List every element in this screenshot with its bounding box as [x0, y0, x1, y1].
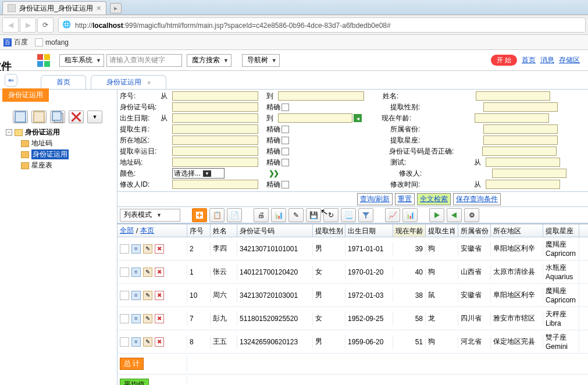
back-button[interactable]: ◀	[2, 17, 19, 33]
sb-edit-icon[interactable]	[31, 110, 47, 123]
col-region[interactable]: 所在地区	[491, 224, 543, 237]
tab-home[interactable]: 首页	[41, 75, 86, 89]
tab-close-icon[interactable]: ×	[147, 79, 151, 86]
tb-filter-icon[interactable]	[358, 208, 373, 222]
col-age[interactable]: 现在年龄▲	[393, 224, 426, 237]
tab-close-icon[interactable]: ×	[97, 3, 101, 13]
tab-back-button[interactable]: ⇐	[5, 74, 17, 87]
tab-idcard[interactable]: 身份证运用 ×	[91, 75, 166, 89]
row-edit-icon[interactable]: ✎	[143, 337, 152, 347]
system-select[interactable]: 租车系统 ▼	[59, 54, 104, 67]
input-age[interactable]	[475, 113, 549, 123]
row-detail-icon[interactable]: ≡	[131, 268, 141, 277]
input-sex[interactable]	[483, 102, 558, 112]
input-seq-from[interactable]	[172, 91, 258, 101]
check-idno-exact[interactable]	[281, 104, 289, 111]
check-lucky-exact[interactable]	[281, 148, 289, 155]
input-constellation[interactable]	[483, 136, 558, 145]
check-addr-exact[interactable]	[281, 159, 289, 166]
row-checkbox[interactable]	[120, 314, 129, 323]
row-detail-icon[interactable]: ≡	[131, 291, 141, 300]
row-checkbox[interactable]	[120, 268, 129, 277]
table-row[interactable]: ≡✎✖1张云140121700120420女1970-01-2040狗山西省太原…	[117, 261, 588, 284]
row-detail-icon[interactable]: ≡	[131, 244, 141, 254]
nav-tree-select[interactable]: 导航树 ▼	[242, 54, 280, 67]
row-delete-icon[interactable]: ✖	[155, 244, 164, 254]
tb-stats-icon[interactable]: 📊	[402, 208, 418, 222]
tb-edit-icon[interactable]: ✎	[288, 208, 304, 222]
input-test[interactable]	[486, 158, 560, 167]
start-badge[interactable]: 开 始	[491, 55, 517, 66]
browser-tab[interactable]: 身份证运用_身份证运用 ×	[2, 1, 106, 15]
row-checkbox[interactable]	[120, 291, 129, 300]
input-province[interactable]	[483, 124, 558, 134]
search-input[interactable]: 请输入查询关键字	[106, 54, 182, 67]
tb-settings-icon[interactable]: ⚙	[464, 208, 479, 222]
row-edit-icon[interactable]: ✎	[143, 268, 152, 277]
tb-export-icon[interactable]: 📊	[271, 208, 286, 222]
reset-button[interactable]: 重置	[395, 193, 415, 205]
view-mode-select[interactable]: 列表模式 ▼	[120, 209, 180, 222]
row-checkbox[interactable]	[120, 337, 129, 347]
input-idno[interactable]	[172, 102, 258, 112]
date-picker-icon[interactable]: ◂	[354, 114, 362, 122]
input-zodiac[interactable]	[172, 124, 258, 134]
check-modid-exact[interactable]	[281, 181, 289, 188]
row-detail-icon[interactable]: ≡	[131, 337, 141, 347]
bookmark-mofang[interactable]: mofang	[35, 38, 69, 47]
check-region-exact[interactable]	[281, 137, 289, 144]
tb-refresh-icon[interactable]: ↻	[323, 208, 338, 222]
row-edit-icon[interactable]: ✎	[143, 291, 152, 300]
select-color[interactable]: 请选择... ▼	[172, 168, 224, 179]
col-sex[interactable]: 提取性别	[313, 224, 345, 237]
tb-delete-icon[interactable]: 📃	[341, 208, 356, 222]
table-row[interactable]: ≡✎✖2李四342130710101001男1971-01-0139狗安徽省阜阳…	[117, 237, 588, 261]
input-modifier[interactable]	[492, 169, 566, 178]
tree-item-addr[interactable]: 地址码	[6, 138, 115, 149]
home-link[interactable]: 首页	[522, 55, 536, 65]
row-delete-icon[interactable]: ✖	[155, 337, 164, 347]
reload-button[interactable]: ⟳	[37, 17, 54, 33]
input-seq-to[interactable]	[278, 91, 364, 101]
tb-copy-icon[interactable]: 📋	[209, 208, 224, 222]
sb-more-icon[interactable]: ▼	[87, 110, 102, 123]
col-zodiac[interactable]: 提取生肖	[426, 224, 458, 237]
input-birth-to[interactable]	[278, 113, 352, 123]
tb-paste-icon[interactable]: 📄	[227, 208, 242, 222]
tree-item-idcard[interactable]: 身份证运用	[6, 149, 115, 160]
sb-del-icon[interactable]	[69, 110, 84, 123]
row-delete-icon[interactable]: ✖	[155, 268, 164, 277]
tree-root[interactable]: − 身份证运用	[6, 127, 115, 138]
row-delete-icon[interactable]: ✖	[155, 291, 164, 300]
storage-link[interactable]: 存储区	[559, 55, 580, 65]
input-region[interactable]	[172, 136, 258, 145]
row-delete-icon[interactable]: ✖	[155, 314, 164, 323]
row-detail-icon[interactable]: ≡	[131, 314, 141, 323]
col-seq[interactable]: 序号	[187, 224, 211, 237]
input-lucky[interactable]	[172, 147, 258, 156]
tb-prev-icon[interactable]	[447, 208, 462, 222]
table-row[interactable]: ≡✎✖8王五132426590620123男1959-06-2051狗河北省保定…	[117, 330, 588, 354]
input-name[interactable]	[476, 91, 550, 101]
new-tab-button[interactable]: ▸	[110, 3, 122, 13]
tb-new-icon[interactable]	[192, 208, 207, 222]
sb-new-icon[interactable]	[13, 110, 28, 123]
row-edit-icon[interactable]: ✎	[143, 314, 152, 323]
side-tab-active[interactable]: 身份证运用	[2, 88, 49, 102]
fulltext-button[interactable]: 全文检索	[417, 193, 451, 205]
col-idno[interactable]: 身份证号码	[237, 224, 313, 237]
expand-icon[interactable]: ❯❯	[269, 169, 278, 177]
col-name[interactable]: 姓名	[211, 224, 237, 237]
input-modtime[interactable]	[486, 180, 560, 189]
row-checkbox[interactable]	[120, 244, 129, 254]
search-type-select[interactable]: 魔方搜索 ▼	[187, 54, 231, 67]
collapse-icon[interactable]: −	[6, 129, 12, 136]
col-birth[interactable]: 出生日期	[345, 224, 393, 237]
bookmark-baidu[interactable]: 百 百度	[3, 37, 28, 47]
sb-copy-icon[interactable]	[50, 110, 65, 123]
col-province[interactable]: 所属省份	[458, 224, 491, 237]
col-constellation[interactable]: 提取星座	[543, 224, 579, 237]
forward-button[interactable]: ▶	[20, 17, 36, 33]
tb-save-icon[interactable]: 💾	[306, 208, 321, 222]
input-birth-from[interactable]	[172, 113, 258, 123]
